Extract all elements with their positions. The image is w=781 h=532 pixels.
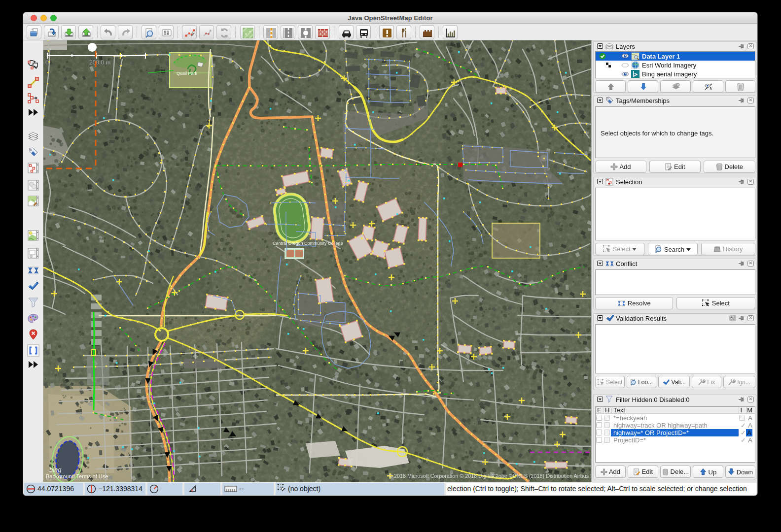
svg-text:0: 0: [45, 59, 49, 66]
svg-text:© 2018 Microsoft Corporation ©: © 2018 Microsoft Corporation © 2018 Digi…: [389, 473, 591, 479]
svg-text:Central Oregon Community Colle: Central Oregon Community College: [273, 241, 343, 246]
svg-text:Quail Park: Quail Park: [177, 71, 198, 76]
svg-text:bing: bing: [49, 466, 62, 473]
svg-text:Background Terms of Use: Background Terms of Use: [46, 473, 108, 479]
svg-text:200.0 m: 200.0 m: [89, 59, 110, 66]
